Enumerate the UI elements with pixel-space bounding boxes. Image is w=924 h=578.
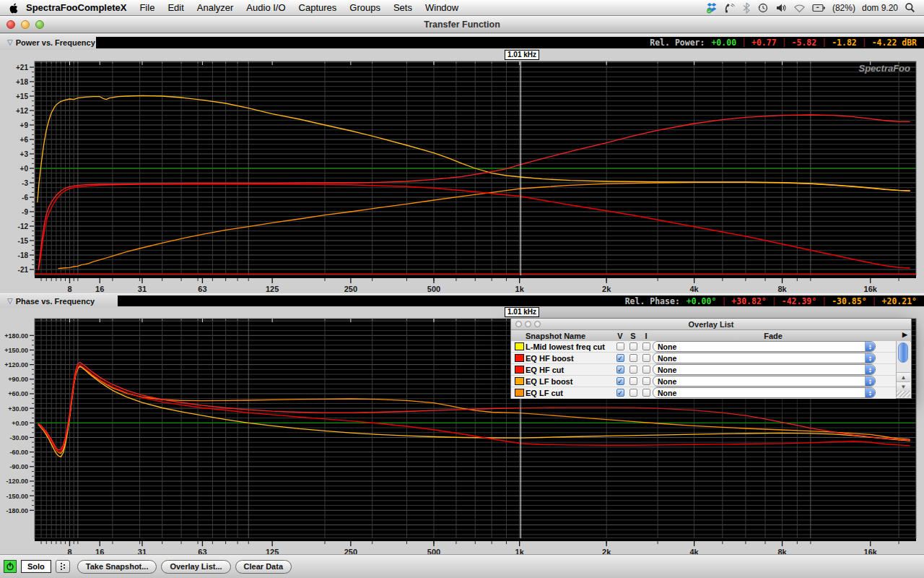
svg-text:31: 31	[138, 285, 147, 293]
snapshot-row[interactable]: EQ HF boost✓None▲▼	[511, 353, 896, 364]
fade-dropdown[interactable]: None▲▼	[653, 353, 876, 363]
snapshot-row[interactable]: L-Mid lowest freq cutNone▲▼	[511, 341, 896, 353]
svg-text:31: 31	[138, 548, 147, 554]
svg-text:+21: +21	[16, 64, 28, 72]
v-checkbox[interactable]: ✓	[616, 354, 624, 362]
svg-text:+9: +9	[20, 121, 29, 129]
overlay-list-rows: L-Mid lowest freq cutNone▲▼EQ HF boost✓N…	[511, 341, 896, 397]
scroll-down-button[interactable]: ▼	[897, 381, 910, 391]
apple-menu[interactable]	[9, 2, 18, 14]
snapshot-row[interactable]: EQ LF cut✓None▲▼	[511, 387, 896, 399]
v-checkbox[interactable]: ✓	[616, 389, 624, 397]
take-snapshot-button[interactable]: Take Snapshot...	[77, 560, 157, 574]
resize-grip[interactable]	[897, 391, 910, 397]
phone-icon[interactable]	[724, 2, 736, 14]
i-checkbox[interactable]	[642, 342, 650, 350]
i-checkbox[interactable]	[642, 377, 650, 385]
dots-icon	[64, 564, 65, 569]
i-checkbox[interactable]	[642, 354, 650, 362]
solo-button[interactable]: Solo	[21, 560, 51, 573]
svg-text:500: 500	[427, 548, 440, 554]
menu-audio-i-o[interactable]: Audio I/O	[240, 2, 292, 13]
svg-text:+120.00: +120.00	[4, 361, 28, 368]
menu-captures[interactable]: Captures	[292, 2, 344, 13]
menu-file[interactable]: File	[133, 2, 161, 13]
svg-text:8k: 8k	[777, 548, 787, 554]
overlay-scrollbar[interactable]: ▲ ▼	[896, 341, 910, 397]
readout-value: -4.22 dBR	[872, 38, 917, 48]
minimize-button[interactable]	[21, 20, 30, 29]
menu-app-name[interactable]: SpectraFooCompleteX	[19, 0, 133, 15]
window-title: Transfer Function	[424, 20, 500, 30]
menu-items: FileEditAnalyzerAudio I/OCapturesGroupsS…	[133, 0, 465, 15]
svg-text:16: 16	[95, 285, 104, 293]
power-vs-frequency-plot[interactable]: 81631631252505001k2k4k8k16k+21+18+15+12+…	[0, 60, 924, 293]
overlay-close-button[interactable]	[515, 321, 522, 327]
time-machine-icon[interactable]	[757, 2, 769, 14]
svg-text:125: 125	[266, 285, 279, 293]
overlay-list-button[interactable]: Overlay List...	[161, 560, 230, 574]
s-checkbox[interactable]	[629, 342, 637, 350]
readout-separator: |	[872, 296, 877, 306]
snapshot-row[interactable]: EQ LF boost✓None▲▼	[511, 376, 896, 387]
rel-power-readout: Rel. Power:+0.00|+0.77|-5.82|-1.82|-4.22…	[96, 37, 924, 48]
readout-label: Rel. Phase:	[625, 296, 680, 306]
i-checkbox[interactable]	[642, 389, 650, 397]
menu-edit[interactable]: Edit	[161, 2, 190, 13]
volume-icon[interactable]	[775, 2, 787, 14]
spotlight-icon[interactable]	[905, 2, 915, 13]
power-cursor-frequency-tag: 1.01 kHz	[505, 50, 539, 60]
fade-dropdown[interactable]: None▲▼	[653, 341, 876, 352]
clear-data-button[interactable]: Clear Data	[235, 560, 292, 574]
menu-window[interactable]: Window	[419, 2, 465, 13]
s-checkbox[interactable]	[629, 377, 637, 385]
scroll-up-button[interactable]: ▲	[897, 372, 910, 381]
menu-groups[interactable]: Groups	[343, 2, 387, 13]
window-title-bar[interactable]: Transfer Function	[0, 16, 924, 33]
disclosure-triangle-icon[interactable]: ▽	[7, 297, 13, 305]
s-checkbox[interactable]	[629, 354, 637, 362]
power-toggle-button[interactable]	[4, 560, 17, 573]
snapshot-name: EQ HF cut	[526, 366, 614, 374]
stepper-arrows-icon: ▲▼	[865, 376, 875, 386]
v-checkbox[interactable]	[616, 342, 624, 350]
close-button[interactable]	[6, 20, 15, 29]
matrix-router-button[interactable]	[56, 560, 70, 573]
overlay-minimize-button[interactable]	[525, 321, 531, 327]
v-checkbox[interactable]: ✓	[616, 377, 624, 385]
s-checkbox[interactable]	[629, 366, 637, 374]
bluetooth-icon[interactable]	[742, 2, 751, 14]
disclosure-triangle-icon[interactable]: ▽	[7, 38, 13, 46]
phase-cursor-frequency-tag: 1.01 kHz	[505, 307, 539, 317]
fade-dropdown[interactable]: None▲▼	[653, 376, 876, 387]
readout-separator: |	[772, 296, 777, 306]
i-checkbox[interactable]	[642, 366, 650, 374]
s-checkbox[interactable]	[629, 389, 637, 397]
fade-value: None	[653, 342, 865, 351]
wifi-icon[interactable]	[793, 3, 806, 13]
power-section-title: Power vs. Frequency	[16, 38, 95, 47]
dropbox-icon[interactable]	[706, 2, 718, 14]
v-checkbox[interactable]: ✓	[616, 366, 624, 374]
overlay-zoom-button[interactable]	[534, 321, 541, 327]
readout-value: +0.77	[751, 38, 777, 48]
menu-sets[interactable]: Sets	[387, 2, 419, 13]
svg-text:125: 125	[266, 548, 279, 554]
fade-dropdown[interactable]: None▲▼	[653, 364, 876, 375]
column-scroll-right-icon[interactable]: ▶	[902, 331, 907, 338]
overlay-scrollbar-thumb[interactable]	[898, 342, 908, 363]
svg-text:+150.00: +150.00	[4, 347, 28, 354]
svg-text:+180.00: +180.00	[4, 332, 28, 340]
svg-text:1k: 1k	[515, 285, 525, 293]
menu-bar: SpectraFooCompleteX FileEditAnalyzerAudi…	[0, 0, 924, 16]
svg-text:2k: 2k	[602, 548, 611, 554]
menu-clock[interactable]: dom 9.20	[862, 3, 898, 13]
power-icon	[6, 562, 14, 571]
zoom-button[interactable]	[35, 20, 44, 29]
overlay-list-title-bar[interactable]: Overlay List	[511, 319, 911, 330]
fade-dropdown[interactable]: None▲▼	[653, 387, 876, 398]
overlay-list-window[interactable]: Overlay List Snapshot Name V S I Fade ▶ …	[510, 318, 912, 399]
menu-analyzer[interactable]: Analyzer	[191, 2, 240, 13]
snapshot-row[interactable]: EQ HF cut✓None▲▼	[511, 364, 896, 376]
battery-icon[interactable]	[812, 4, 826, 12]
